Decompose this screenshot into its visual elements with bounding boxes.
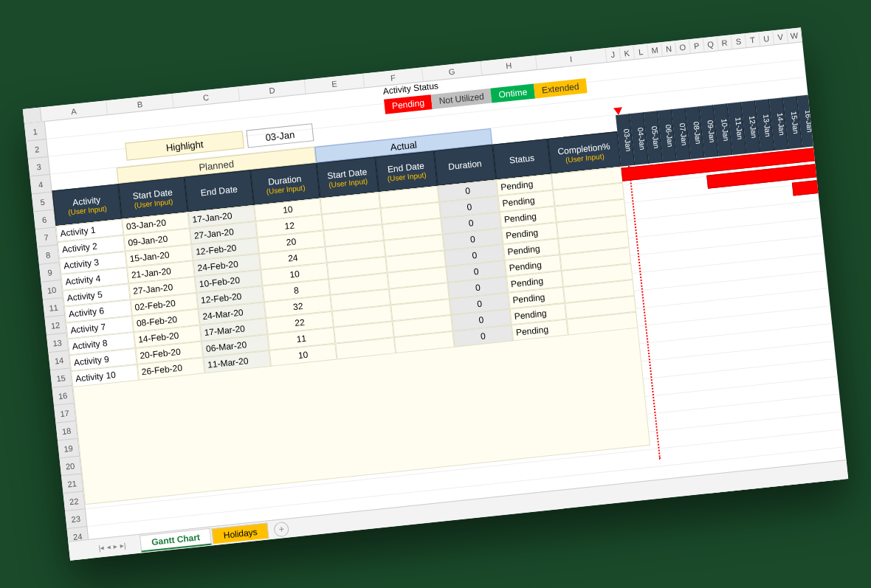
column-header-O[interactable]: O: [675, 39, 691, 55]
add-sheet-icon[interactable]: +: [273, 521, 289, 537]
row-header-18[interactable]: 18: [55, 421, 78, 441]
spreadsheet-window: ABCDEFGHIJKLMNOPQRSTUVW 1234567891011121…: [23, 27, 848, 560]
column-header-R[interactable]: R: [717, 35, 733, 50]
column-header-P[interactable]: P: [689, 38, 705, 53]
column-header-U[interactable]: U: [759, 30, 774, 46]
row-header-3[interactable]: 3: [28, 157, 50, 177]
row-header-20[interactable]: 20: [60, 457, 82, 477]
legend-pending: Pending: [384, 94, 433, 114]
column-header-V[interactable]: V: [773, 29, 788, 44]
header-actual-end: End Date(User Input): [375, 151, 438, 192]
row-header-2[interactable]: 2: [26, 139, 48, 159]
row-header-14[interactable]: 14: [48, 350, 70, 370]
row-header-13[interactable]: 13: [47, 333, 69, 353]
header-actual-duration: Duration: [434, 145, 497, 186]
tab-holidays[interactable]: Holidays: [212, 522, 269, 544]
row-header-7[interactable]: 7: [35, 227, 58, 247]
row-header-1[interactable]: 1: [24, 122, 47, 142]
column-header-N[interactable]: N: [661, 41, 677, 56]
column-header-S[interactable]: S: [731, 33, 746, 49]
row-header-22[interactable]: 22: [63, 491, 86, 511]
column-header-W[interactable]: W: [787, 27, 802, 43]
row-header-17[interactable]: 17: [54, 404, 76, 423]
column-header-J[interactable]: J: [605, 46, 621, 62]
tab-first-icon[interactable]: |◂: [98, 544, 105, 553]
row-header-16[interactable]: 16: [52, 386, 74, 406]
column-header-M[interactable]: M: [647, 42, 663, 58]
legend-ontime: Ontime: [491, 84, 535, 103]
row-header-12[interactable]: 12: [44, 316, 66, 336]
header-status: Status: [492, 139, 551, 180]
tab-prev-icon[interactable]: ◂: [106, 543, 111, 551]
row-header-11[interactable]: 11: [43, 298, 65, 318]
row-header-23[interactable]: 23: [65, 509, 87, 529]
gantt-bar[interactable]: [792, 180, 820, 196]
row-header-5[interactable]: 5: [32, 193, 54, 212]
row-header-19[interactable]: 19: [58, 439, 80, 459]
column-header-L[interactable]: L: [633, 44, 649, 59]
row-header-6[interactable]: 6: [33, 210, 55, 229]
select-all-corner[interactable]: [23, 108, 42, 123]
legend-not-utilized: Not Utilized: [431, 89, 492, 109]
row-header-21[interactable]: 21: [61, 474, 83, 494]
tab-nav-buttons[interactable]: |◂ ◂ ▸ ▸|: [98, 542, 126, 553]
row-header-10[interactable]: 10: [41, 280, 63, 300]
tab-next-icon[interactable]: ▸: [113, 542, 117, 550]
row-header-15[interactable]: 15: [50, 368, 72, 388]
row-header-4[interactable]: 4: [30, 175, 52, 195]
header-actual-start: Start Date(User Input): [317, 157, 379, 198]
legend-extended: Extended: [534, 78, 587, 98]
column-header-T[interactable]: T: [745, 32, 760, 47]
row-header-8[interactable]: 8: [37, 245, 59, 265]
tab-last-icon[interactable]: ▸|: [120, 542, 126, 550]
row-header-9[interactable]: 9: [39, 263, 61, 283]
column-header-K[interactable]: K: [619, 45, 635, 60]
column-header-Q[interactable]: Q: [703, 36, 719, 52]
